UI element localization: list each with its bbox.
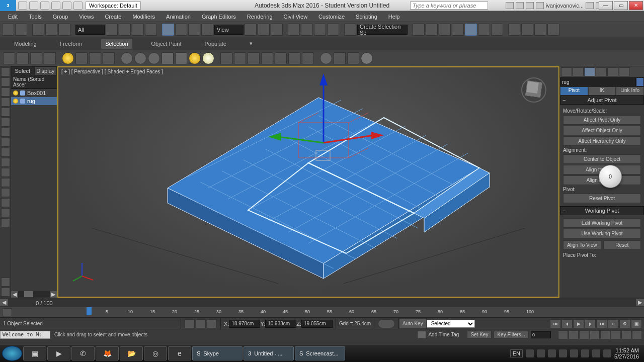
goto-start-icon[interactable]: ⏮: [550, 319, 561, 328]
container-icon[interactable]: [17, 52, 29, 64]
help-icon[interactable]: [361, 52, 373, 64]
select-by-name-button[interactable]: [119, 24, 131, 36]
snap-toggle-button[interactable]: [288, 24, 300, 36]
adaptive-degradation-icon[interactable]: [378, 319, 395, 328]
pivot-center-button[interactable]: [245, 24, 257, 36]
undo-button[interactable]: [2, 24, 14, 36]
dock-icon[interactable]: [1, 138, 10, 147]
sphere2-icon[interactable]: [134, 52, 146, 64]
select-region-button[interactable]: [132, 24, 144, 36]
project-icon[interactable]: [73, 2, 83, 10]
spot-light-icon[interactable]: [202, 52, 214, 64]
add-time-tag[interactable]: Add Time Tag: [428, 332, 459, 337]
ref-coord-dropdown[interactable]: View: [214, 25, 244, 35]
dock-icon[interactable]: [1, 168, 10, 177]
account-name[interactable]: ivanjovanovic...: [546, 3, 584, 9]
scene-item[interactable]: Box001: [11, 89, 57, 97]
sphere1-icon[interactable]: [121, 52, 133, 64]
save-file-icon[interactable]: [40, 2, 49, 10]
menu-grapheditors[interactable]: Graph Editors: [197, 12, 241, 21]
hierarchy-panel-icon[interactable]: [584, 67, 595, 76]
reset-pivot-button[interactable]: Reset Pivot: [563, 194, 641, 203]
help-search-input[interactable]: [410, 2, 488, 10]
ball-icon[interactable]: [320, 52, 332, 64]
dock-icon[interactable]: [1, 288, 10, 297]
taskbar-app[interactable]: ✆: [71, 346, 95, 360]
render-iterative-button[interactable]: [547, 24, 559, 36]
tray-icon[interactable]: [592, 349, 600, 357]
visibility-icon[interactable]: [13, 90, 18, 96]
menu-help[interactable]: Help: [383, 12, 405, 21]
tray-icon[interactable]: [559, 349, 567, 357]
object-name-input[interactable]: [560, 77, 636, 86]
dock-icon[interactable]: [1, 198, 10, 207]
use-working-pivot-button[interactable]: Use Working Pivot: [563, 229, 641, 238]
zoom-all-icon[interactable]: [569, 330, 579, 339]
viewcube[interactable]: [518, 74, 549, 106]
visibility-icon[interactable]: [13, 99, 18, 104]
dock-icon[interactable]: [1, 128, 10, 137]
prev-frame-icon[interactable]: ⏴: [561, 319, 573, 328]
key-mode-icon[interactable]: ○: [608, 319, 619, 328]
menu-rendering[interactable]: Rendering: [242, 12, 278, 21]
play-icon[interactable]: ▶: [573, 319, 584, 328]
layers-button[interactable]: [439, 24, 451, 36]
keyfilters-button[interactable]: Key Filters...: [494, 331, 529, 338]
cone-icon[interactable]: [175, 52, 187, 64]
affect-object-only-button[interactable]: Affect Object Only: [563, 126, 641, 135]
taskbar-app[interactable]: ◎: [144, 346, 167, 360]
cloud-icon[interactable]: [302, 52, 314, 64]
redo-icon[interactable]: [62, 2, 71, 10]
setkey-button[interactable]: Set Key: [467, 331, 492, 338]
taskbar-window[interactable]: SSkype: [192, 346, 243, 360]
scale-button[interactable]: [188, 24, 200, 36]
taskbar-app[interactable]: ▶: [47, 346, 70, 360]
menu-create[interactable]: Create: [100, 12, 126, 21]
zoom-extents-all-icon[interactable]: [590, 330, 600, 339]
keyboard-shortcut-button[interactable]: [271, 24, 283, 36]
open-file-icon[interactable]: [29, 2, 38, 10]
ribbon-tab-objectpaint[interactable]: Object Paint: [147, 39, 186, 49]
material-editor-button[interactable]: [491, 24, 503, 36]
ribbon-tab-selection[interactable]: Selection: [101, 39, 132, 49]
dock-icon[interactable]: [1, 98, 10, 107]
dock-icon[interactable]: [1, 178, 10, 187]
start-button[interactable]: [2, 346, 22, 361]
ribbon-tab-modeling[interactable]: Modeling: [10, 39, 41, 49]
ribbon-tab-populate[interactable]: Populate: [200, 39, 230, 49]
language-indicator[interactable]: EN: [510, 349, 523, 357]
bind-spacewarp-button[interactable]: [58, 24, 70, 36]
autokey-button[interactable]: Auto Key: [399, 318, 427, 329]
next-frame-icon[interactable]: ⏵: [585, 319, 596, 328]
system-clock[interactable]: 11:52 AM 5/27/2016: [614, 347, 639, 359]
reset-button[interactable]: Reset: [603, 240, 641, 250]
pan-icon[interactable]: [611, 330, 621, 339]
dock-icon[interactable]: [1, 148, 10, 157]
helper2-icon[interactable]: [248, 52, 260, 64]
mirror-button[interactable]: [413, 24, 425, 36]
rock-icon[interactable]: [288, 52, 300, 64]
tray-icon[interactable]: [570, 349, 578, 357]
dock-icon[interactable]: [1, 67, 10, 76]
taskbar-window[interactable]: 3Untitled - ...: [244, 346, 294, 360]
lock-icon[interactable]: [196, 319, 206, 328]
key-object-dropdown[interactable]: Selected: [427, 320, 475, 328]
tray-icon[interactable]: [526, 349, 534, 357]
tray-icon[interactable]: [603, 349, 611, 357]
particle-icon[interactable]: [220, 52, 232, 64]
plant-icon[interactable]: [275, 52, 287, 64]
menu-civilview[interactable]: Civil View: [279, 12, 312, 21]
menu-animation[interactable]: Animation: [161, 12, 196, 21]
link-button[interactable]: [32, 24, 44, 36]
taskbar-app[interactable]: 🦊: [96, 346, 119, 360]
unlink-button[interactable]: [45, 24, 57, 36]
dock-icon[interactable]: [1, 158, 10, 167]
max-toggle-icon[interactable]: [632, 330, 642, 339]
scene-header[interactable]: Name (Sorted Ascer: [11, 75, 57, 89]
menu-customize[interactable]: Customize: [313, 12, 350, 21]
rotate-button[interactable]: [175, 24, 187, 36]
workspace-dropdown[interactable]: Workspace: Default: [86, 2, 141, 10]
time-config-icon[interactable]: ⚙: [619, 319, 630, 328]
photometric-icon[interactable]: [103, 52, 115, 64]
rollout-adjust-pivot[interactable]: −Adjust Pivot: [560, 96, 644, 105]
